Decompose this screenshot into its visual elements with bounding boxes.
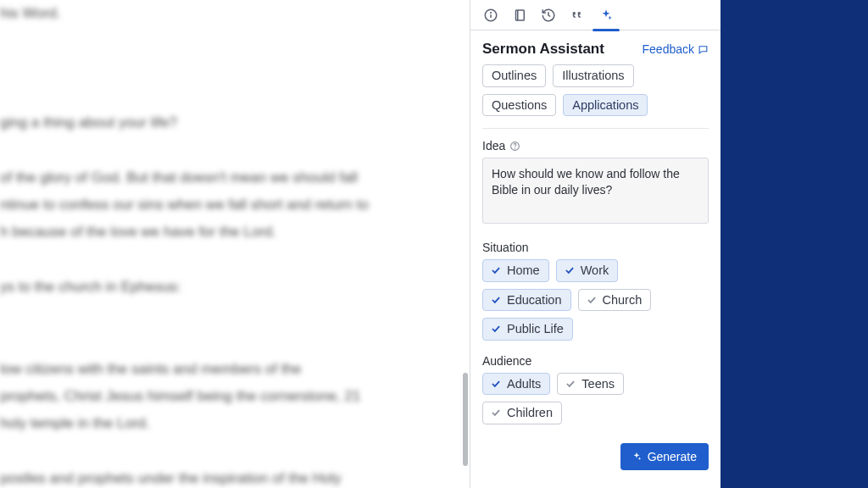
situation-chip-church[interactable]: Church bbox=[578, 289, 652, 312]
prompt-chip-outlines[interactable]: Outlines bbox=[482, 64, 546, 87]
blurred-sermon-text: his Word. ging a thing about your life? … bbox=[0, 0, 463, 488]
scrollbar-thumb[interactable] bbox=[463, 373, 468, 466]
chip-label: Home bbox=[507, 264, 540, 277]
chip-label: Work bbox=[581, 264, 609, 277]
generate-label: Generate bbox=[648, 450, 697, 463]
check-icon bbox=[490, 378, 502, 390]
generate-row: Generate bbox=[482, 438, 709, 470]
check-icon bbox=[586, 294, 598, 306]
panel-title: Sermon Assistant bbox=[482, 41, 604, 58]
situation-chip-home[interactable]: Home bbox=[482, 259, 549, 282]
comment-icon bbox=[698, 44, 709, 55]
app-root: his Word. ging a thing about your life? … bbox=[0, 0, 868, 488]
generate-button[interactable]: Generate bbox=[620, 443, 709, 470]
chip-label: Teens bbox=[581, 378, 615, 391]
feedback-label: Feedback bbox=[643, 42, 694, 56]
chip-label: Church bbox=[603, 294, 643, 307]
situation-chips: HomeWorkEducationChurchPublic Life bbox=[482, 259, 709, 341]
sparkle-icon bbox=[631, 451, 643, 463]
chip-label: Education bbox=[507, 294, 562, 307]
situation-chip-education[interactable]: Education bbox=[482, 289, 571, 312]
prompt-chip-questions[interactable]: Questions bbox=[482, 94, 556, 117]
panel-header: Sermon Assistant Feedback bbox=[470, 30, 721, 64]
audience-chip-teens[interactable]: Teens bbox=[557, 373, 624, 396]
situation-chip-work[interactable]: Work bbox=[556, 259, 619, 282]
notebook-icon[interactable] bbox=[511, 7, 528, 24]
chip-label: Public Life bbox=[507, 323, 564, 336]
audience-label: Audience bbox=[482, 354, 709, 368]
idea-input[interactable] bbox=[482, 158, 709, 224]
prompt-type-chips: OutlinesIllustrationsQuestionsApplicatio… bbox=[482, 64, 709, 129]
panel-body: OutlinesIllustrationsQuestionsApplicatio… bbox=[470, 64, 721, 488]
situation-chip-public-life[interactable]: Public Life bbox=[482, 318, 573, 341]
audience-chips: AdultsTeensChildren bbox=[482, 373, 709, 424]
svg-rect-3 bbox=[516, 10, 525, 20]
check-icon bbox=[490, 323, 502, 335]
check-icon bbox=[564, 264, 576, 276]
check-icon bbox=[490, 264, 502, 276]
sparkle-icon[interactable] bbox=[598, 7, 615, 24]
document-pane: his Word. ging a thing about your life? … bbox=[0, 0, 470, 488]
situation-label: Situation bbox=[482, 241, 709, 254]
prompt-chip-illustrations[interactable]: Illustrations bbox=[553, 64, 633, 87]
svg-point-6 bbox=[515, 147, 515, 148]
feedback-link[interactable]: Feedback bbox=[643, 42, 709, 56]
quote-icon[interactable] bbox=[569, 7, 586, 24]
right-strip bbox=[721, 0, 868, 488]
audience-chip-children[interactable]: Children bbox=[482, 402, 562, 424]
prompt-chip-applications[interactable]: Applications bbox=[563, 94, 648, 117]
idea-label-row: Idea bbox=[482, 139, 709, 152]
help-icon[interactable] bbox=[509, 141, 520, 152]
audience-chip-adults[interactable]: Adults bbox=[482, 373, 550, 396]
panel-tab-bar bbox=[470, 0, 721, 30]
idea-label: Idea bbox=[482, 139, 505, 152]
svg-point-2 bbox=[491, 12, 492, 13]
check-icon bbox=[490, 407, 502, 419]
check-icon bbox=[565, 378, 576, 390]
check-icon bbox=[490, 294, 502, 306]
chip-label: Children bbox=[507, 407, 553, 419]
history-icon[interactable] bbox=[540, 7, 557, 24]
info-icon[interactable] bbox=[482, 7, 499, 24]
chip-label: Adults bbox=[507, 378, 541, 391]
sermon-assistant-panel: Sermon Assistant Feedback OutlinesIllust… bbox=[470, 0, 721, 488]
